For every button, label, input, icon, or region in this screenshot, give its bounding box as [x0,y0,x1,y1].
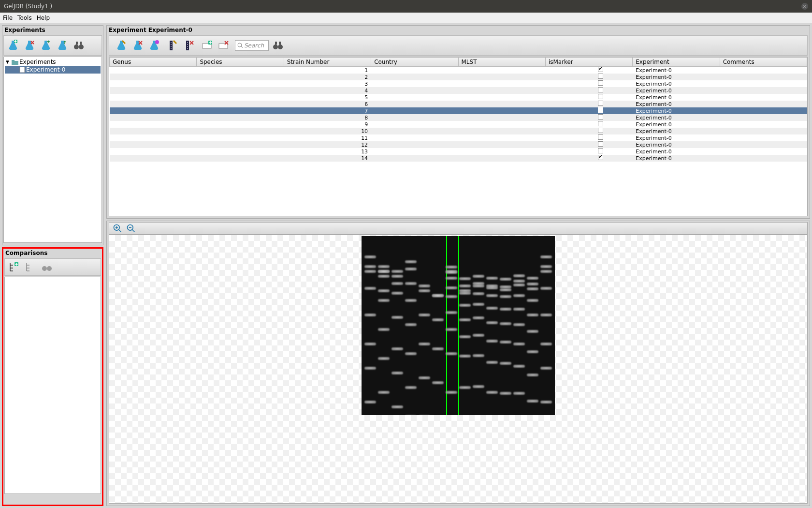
tree-add-button[interactable] [7,260,21,274]
svg-rect-10 [170,41,173,50]
experiment-detail-panel: Experiment Experiment-0 Search [106,25,810,219]
table-row[interactable]: 4Experiment-0 [110,87,807,94]
marker-add-button[interactable] [200,38,215,53]
ismarker-checkbox[interactable] [598,80,603,86]
svg-point-1 [74,45,79,49]
table-row[interactable]: 13Experiment-0 [110,148,807,155]
detail-toolbar: Search [109,35,808,56]
table-row[interactable]: 7Experiment-0 [110,107,807,114]
strain-cell: 5 [284,94,371,101]
column-header-experiment[interactable]: Experiment [633,58,720,67]
strain-cell: 6 [284,101,371,107]
svg-rect-11 [186,41,189,50]
ismarker-checkbox[interactable] [598,128,603,133]
strain-table[interactable]: GenusSpeciesStrain NumberCountryMLSTisMa… [109,57,808,216]
flask-delete-button[interactable] [130,38,145,53]
binoculars-search-button[interactable] [271,38,285,53]
ismarker-checkbox[interactable] [598,87,603,92]
experiment-cell: Experiment-0 [633,155,720,162]
comparisons-list[interactable] [4,277,101,494]
strain-cell: 14 [284,155,371,162]
column-header-comments[interactable]: Comments [720,58,807,67]
tree-root-label: Experiments [19,59,56,65]
flask-del-button[interactable] [22,38,37,53]
flask-up-button[interactable] [55,38,70,53]
table-row[interactable]: 6Experiment-0 [110,101,807,107]
window-title: GelJDB (Study1 ) [4,3,52,10]
ismarker-checkbox[interactable] [598,74,603,79]
ismarker-checkbox[interactable] [598,134,603,140]
experiment-cell: Experiment-0 [633,87,720,94]
column-header-ismarker[interactable]: isMarker [545,58,632,67]
table-row[interactable]: 1Experiment-0 [110,67,807,74]
strain-cell: 10 [284,128,371,134]
experiment-cell: Experiment-0 [633,67,720,74]
column-header-species[interactable]: Species [197,58,284,67]
gel-image [362,236,555,415]
experiments-panel-title: Experiments [2,26,103,34]
table-row[interactable]: 12Experiment-0 [110,141,807,148]
column-header-strain-number[interactable]: Strain Number [284,58,371,67]
table-row[interactable]: 9Experiment-0 [110,121,807,128]
tree-toggle-icon[interactable]: ▼ [6,60,11,64]
gel-viewer-panel [106,221,810,506]
tree-root-row[interactable]: ▼ Experiments [5,58,101,66]
flask-next-button[interactable] [39,38,53,53]
menu-tools[interactable]: Tools [17,15,32,21]
svg-rect-3 [76,42,78,45]
column-header-country[interactable]: Country [371,58,458,67]
comparisons-panel: Comparisons [2,247,103,506]
svg-rect-19 [279,42,281,45]
tree-item-label: Experiment-0 [26,66,65,73]
flask-config-button[interactable] [147,38,161,53]
search-icon [237,43,243,48]
ismarker-checkbox[interactable] [598,114,603,120]
lane-edit-button[interactable] [165,38,180,53]
tree-button[interactable] [23,260,38,274]
table-row[interactable]: 5Experiment-0 [110,94,807,101]
ismarker-checkbox[interactable] [598,141,603,147]
svg-rect-4 [80,42,82,45]
experiments-tree[interactable]: ▼ Experiments Experiment-0 [3,57,102,243]
strain-cell: 12 [284,141,371,148]
experiment-cell: Experiment-0 [633,94,720,101]
menu-help[interactable]: Help [37,15,50,21]
comparisons-toolbar [4,258,101,276]
svg-point-9 [155,40,159,44]
ismarker-checkbox[interactable] [598,121,603,126]
gel-viewer-canvas[interactable] [109,235,808,504]
search-input[interactable]: Search [235,40,269,51]
table-row[interactable]: 8Experiment-0 [110,114,807,121]
table-row[interactable]: 2Experiment-0 [110,74,807,80]
column-header-mlst[interactable]: MLST [458,58,545,67]
table-row[interactable]: 11Experiment-0 [110,134,807,141]
zoom-out-button[interactable] [126,223,136,234]
strain-cell: 13 [284,148,371,155]
table-row[interactable]: 14Experiment-0 [110,155,807,162]
ismarker-checkbox[interactable] [598,101,603,106]
menu-file[interactable]: File [3,15,13,21]
ismarker-checkbox[interactable] [598,67,603,72]
marker-del-button[interactable] [217,38,231,53]
ismarker-checkbox[interactable] [598,155,603,160]
svg-rect-18 [275,42,277,45]
table-row[interactable]: 10Experiment-0 [110,128,807,134]
ismarker-checkbox[interactable] [598,107,603,113]
binoculars-button-2[interactable] [40,260,54,274]
lane-delete-button[interactable] [182,38,196,53]
ismarker-checkbox[interactable] [598,94,603,99]
strain-cell: 2 [284,74,371,80]
svg-rect-5 [20,67,25,73]
experiments-toolbar [3,35,102,56]
zoom-in-button[interactable] [112,223,123,234]
title-bar: GelJDB (Study1 ) ✕ [0,0,812,13]
flask-add-button[interactable] [6,38,20,53]
ismarker-checkbox[interactable] [598,148,603,153]
flask-edit-button[interactable] [114,38,129,53]
column-header-genus[interactable]: Genus [110,58,197,67]
experiment-cell: Experiment-0 [633,148,720,155]
tree-item-experiment-0[interactable]: Experiment-0 [5,66,101,74]
close-icon[interactable]: ✕ [801,3,808,10]
table-row[interactable]: 3Experiment-0 [110,80,807,87]
binoculars-button[interactable] [72,38,86,53]
